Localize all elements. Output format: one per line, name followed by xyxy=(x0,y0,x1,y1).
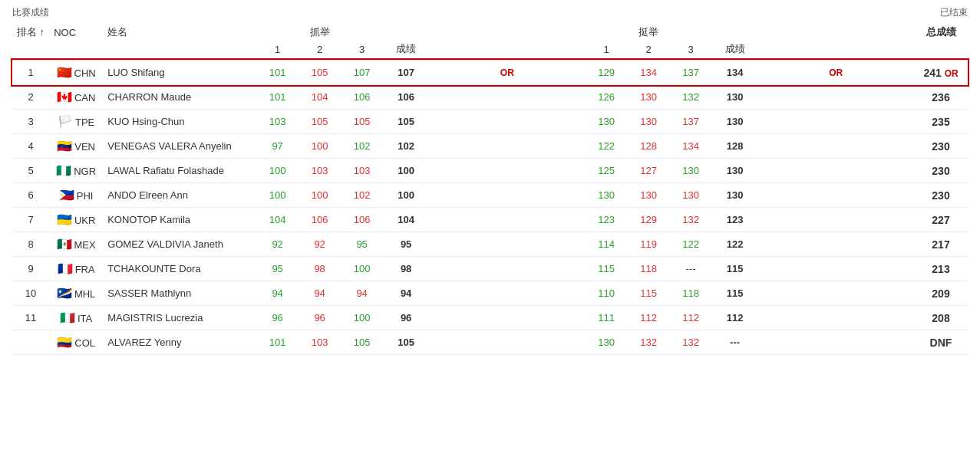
col-snatch-score-header xyxy=(383,22,429,41)
noc-text: MHL xyxy=(74,288,95,300)
cell-value: 130 xyxy=(628,110,670,134)
cell-value: 103 xyxy=(299,159,341,183)
cell-snatch-score: 106 xyxy=(383,85,429,110)
cell-value: 132 xyxy=(628,330,670,355)
cell-snatch-score: 96 xyxy=(383,306,429,330)
cell-value: 130 xyxy=(586,183,628,208)
cell-cj-or xyxy=(758,134,914,159)
cell-noc: 🇫🇷FRA xyxy=(49,257,103,281)
cell-value: 134 xyxy=(670,134,712,159)
table-row: 11🇮🇹ITAMAGISTRIS Lucrezia969610096111112… xyxy=(12,306,968,330)
cell-name: LUO Shifang xyxy=(103,60,256,85)
cell-snatch-score: 100 xyxy=(383,159,429,183)
cell-value: 106 xyxy=(341,208,383,232)
cell-cj-score: --- xyxy=(712,330,758,355)
cell-value: 129 xyxy=(586,60,628,85)
cell-value: 105 xyxy=(299,110,341,134)
cell-snatch-or xyxy=(429,159,585,183)
cell-value: 104 xyxy=(256,208,299,232)
cell-value: 115 xyxy=(628,281,670,306)
cell-value: --- xyxy=(670,257,712,281)
cell-noc: 🇨🇦CAN xyxy=(49,85,103,110)
header-row-top: 排名 ↑ NOC 姓名 抓举 挺举 总成绩 xyxy=(12,22,968,41)
col-cj-group: 挺举 xyxy=(586,22,712,41)
table-row: 7🇺🇦UKRKONOTOP Kamila10410610610412312913… xyxy=(12,208,968,232)
cell-snatch-score: 107 xyxy=(383,60,429,85)
cell-snatch-or xyxy=(429,306,585,330)
cell-cj-or xyxy=(758,159,914,183)
cell-value: 130 xyxy=(670,159,712,183)
cell-noc: 🇲🇭MHL xyxy=(49,281,103,306)
cell-value: 106 xyxy=(299,208,341,232)
cell-value: 100 xyxy=(299,183,341,208)
flag-icon: 🇵🇭 xyxy=(59,189,74,202)
cell-value: 129 xyxy=(628,208,670,232)
cell-value: 94 xyxy=(299,281,341,306)
col-s2: 2 xyxy=(299,41,341,60)
cell-value: 137 xyxy=(670,110,712,134)
col-s3: 3 xyxy=(341,41,383,60)
col-name-sub xyxy=(103,41,256,60)
cell-rank: 9 xyxy=(12,257,49,281)
cell-value: 100 xyxy=(299,134,341,159)
table-row: 5🇳🇬NGRLAWAL Rafiatu Folashade10010310310… xyxy=(12,159,968,183)
noc-text: CHN xyxy=(74,67,96,79)
cell-name: TCHAKOUNTE Dora xyxy=(103,257,256,281)
cell-value: 123 xyxy=(586,208,628,232)
cell-value: 105 xyxy=(341,110,383,134)
col-ss-or xyxy=(429,41,585,60)
cell-cj-score: 130 xyxy=(712,85,758,110)
cell-snatch-or xyxy=(429,232,585,257)
cell-rank: 1 xyxy=(12,60,49,85)
cell-value: 102 xyxy=(341,134,383,159)
col-or-snatch xyxy=(429,22,585,41)
cell-cj-or xyxy=(758,281,914,306)
cell-rank: 3 xyxy=(12,110,49,134)
cell-snatch-score: 94 xyxy=(383,281,429,306)
cell-value: 100 xyxy=(341,257,383,281)
cell-rank: 4 xyxy=(12,134,49,159)
cell-cj-score: 115 xyxy=(712,281,758,306)
cell-total: 236 xyxy=(914,85,968,110)
col-rank: 排名 ↑ xyxy=(12,22,49,41)
cell-value: 100 xyxy=(256,183,299,208)
cell-value: 132 xyxy=(670,330,712,355)
cell-total: 241 OR xyxy=(914,60,968,85)
flag-icon: 🇨🇦 xyxy=(57,90,72,103)
cell-noc: 🇺🇦UKR xyxy=(49,208,103,232)
cell-cj-score: 128 xyxy=(712,134,758,159)
cell-noc: 🏳️TPE xyxy=(49,110,103,134)
table-row: 🇨🇴COLALVAREZ Yenny101103105105130132132-… xyxy=(12,330,968,355)
cell-cj-score: 130 xyxy=(712,110,758,134)
table-row: 8🇲🇽MEXGOMEZ VALDIVIA Janeth9292959511411… xyxy=(12,232,968,257)
cell-value: 126 xyxy=(586,85,628,110)
cell-cj-or: OR xyxy=(758,60,914,85)
results-table-container: 排名 ↑ NOC 姓名 抓举 挺举 总成绩 xyxy=(0,22,980,355)
cell-name: CHARRON Maude xyxy=(103,85,256,110)
col-c2: 2 xyxy=(628,41,670,60)
flag-icon: 🇨🇴 xyxy=(57,336,72,349)
cell-total: 230 xyxy=(914,159,968,183)
cell-noc: 🇨🇳CHN xyxy=(49,60,103,85)
cell-snatch-or xyxy=(429,183,585,208)
col-c1: 1 xyxy=(586,41,628,60)
cell-value: 96 xyxy=(256,306,299,330)
cell-value: 95 xyxy=(256,257,299,281)
col-noc-sub xyxy=(49,41,103,60)
col-cs: 成绩 xyxy=(712,41,758,60)
header-row-bottom: 1 2 3 成绩 1 2 3 成绩 xyxy=(12,41,968,60)
cell-value: 92 xyxy=(299,232,341,257)
cell-rank: 5 xyxy=(12,159,49,183)
cell-value: 132 xyxy=(670,208,712,232)
table-row: 9🇫🇷FRATCHAKOUNTE Dora959810098115118---1… xyxy=(12,257,968,281)
cell-cj-score: 130 xyxy=(712,183,758,208)
flag-icon: 🏳️ xyxy=(58,115,73,128)
cell-snatch-or xyxy=(429,110,585,134)
col-total-sub xyxy=(914,41,968,60)
cell-value: 95 xyxy=(341,232,383,257)
cell-cj-score: 123 xyxy=(712,208,758,232)
cell-rank xyxy=(12,330,49,355)
cell-value: 122 xyxy=(586,134,628,159)
flag-icon: 🇳🇬 xyxy=(56,164,71,177)
col-c3: 3 xyxy=(670,41,712,60)
